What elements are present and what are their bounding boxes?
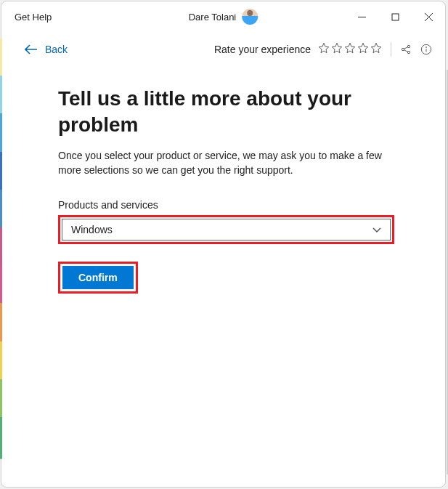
main-content: Tell us a little more about your problem…: [1, 65, 445, 294]
maximize-button[interactable]: [378, 1, 412, 32]
minimize-button[interactable]: [345, 1, 378, 32]
user-profile[interactable]: Dare Tolani: [189, 9, 258, 25]
rate-label: Rate your experience: [214, 44, 311, 55]
info-icon: [420, 44, 432, 55]
product-select[interactable]: Windows: [62, 219, 391, 241]
svg-point-4: [402, 48, 404, 50]
back-label: Back: [45, 44, 68, 55]
star-1[interactable]: [318, 42, 330, 57]
select-highlight-box: Windows: [58, 215, 394, 244]
avatar: [242, 9, 258, 25]
close-button[interactable]: [412, 1, 445, 32]
action-bar: Back Rate your experience: [1, 32, 445, 65]
share-icon: [400, 44, 412, 55]
divider: [391, 42, 391, 57]
maximize-icon: [391, 13, 399, 21]
chevron-down-icon: [372, 223, 381, 236]
page-heading: Tell us a little more about your problem: [58, 86, 394, 138]
rating-stars: [318, 42, 382, 57]
svg-line-8: [404, 50, 407, 52]
product-field-label: Products and services: [58, 199, 394, 211]
window-controls: [345, 1, 445, 32]
svg-point-6: [407, 51, 410, 53]
back-button[interactable]: Back: [25, 44, 68, 55]
decorative-left-strip: [0, 38, 2, 459]
minimize-icon: [358, 13, 366, 21]
info-button[interactable]: [420, 44, 432, 55]
window-titlebar: Get Help Dare Tolani: [1, 1, 445, 32]
app-window: Get Help Dare Tolani Back Rate your expe…: [1, 1, 446, 488]
close-icon: [425, 13, 433, 21]
svg-line-7: [404, 47, 407, 49]
confirm-highlight-box: Confirm: [58, 262, 138, 294]
svg-rect-1: [392, 14, 399, 20]
page-description: Once you select your product or service,…: [58, 148, 394, 178]
product-select-value: Windows: [71, 224, 372, 235]
share-button[interactable]: [400, 44, 412, 55]
star-4[interactable]: [357, 42, 369, 57]
arrow-left-icon: [25, 44, 38, 54]
star-5[interactable]: [370, 42, 382, 57]
confirm-button[interactable]: Confirm: [62, 266, 134, 289]
star-2[interactable]: [331, 42, 343, 57]
app-title: Get Help: [15, 12, 52, 23]
svg-point-11: [426, 47, 427, 48]
user-name: Dare Tolani: [189, 12, 237, 23]
svg-point-5: [407, 45, 410, 47]
star-3[interactable]: [344, 42, 356, 57]
